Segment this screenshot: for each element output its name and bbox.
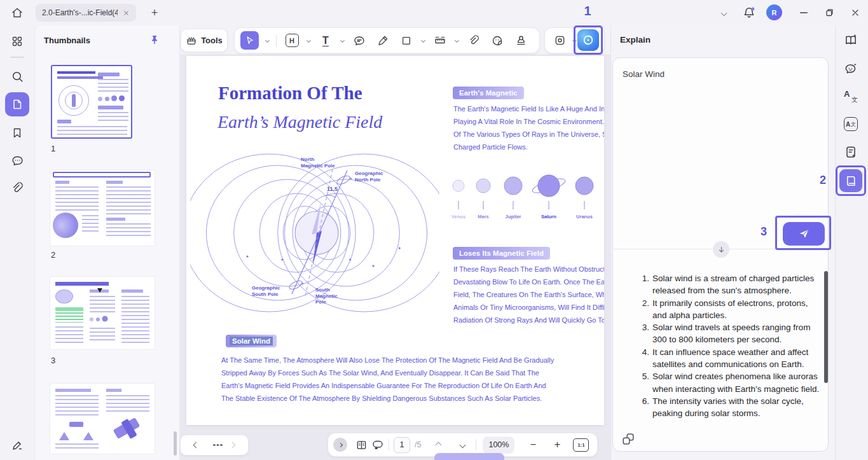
presentation-button[interactable] [369,436,386,453]
section-chip-loses-field: Loses Its Magnetic Field [453,247,550,260]
thumbnail-label-3: 3 [51,356,55,365]
next-page-button[interactable] [454,436,471,453]
thumbnail-preview [53,172,151,178]
nav-forward-button[interactable] [229,442,235,449]
thumbnail-preview [83,432,93,440]
tools-label: Tools [201,36,223,45]
highlighter-tool-button[interactable] [375,32,391,49]
thumbnail-preview [57,76,103,79]
rail-item-translate[interactable]: A 文 [839,85,863,109]
heading-tool-button[interactable]: H [284,32,300,49]
heading-tool-dropdown[interactable] [307,38,311,43]
send-button[interactable] [783,222,825,246]
doc-title-line2: Earth’s Magnetic Field [217,112,382,132]
minimize-button[interactable] [797,6,811,20]
stamp-tool-button[interactable] [513,32,529,49]
document-tab[interactable]: 2.0-Earth's-...ic-Field(4)* [36,4,136,22]
book-view-icon [355,439,368,451]
thumbnails-scrollbar[interactable] [174,431,177,456]
measure-tool-dropdown[interactable] [455,38,459,43]
minimize-icon [798,7,809,18]
list-item: 2.It primarily consists of electrons, pr… [634,297,820,322]
snapshot-dropdown[interactable] [572,38,577,43]
avatar[interactable]: R [766,4,782,20]
shape-tool-dropdown[interactable] [421,38,425,43]
grid-icon [11,35,24,48]
thumbnail-page-4[interactable] [50,384,155,454]
zoom-level-box[interactable]: 100% [483,436,514,454]
attach-tool-button[interactable] [465,32,482,49]
collapse-button[interactable] [333,438,347,452]
list-item: 1.Solar wind is a stream of charged part… [634,272,820,297]
pin-button[interactable] [148,34,161,46]
document-page: Formation Of The Earth’s Magnetic Field … [186,56,604,425]
thumbnail-preview [98,106,123,109]
tab-close-icon[interactable] [123,10,130,17]
close-button[interactable] [848,6,862,20]
window-menu-button[interactable] [719,8,729,17]
page-view-button[interactable] [353,436,369,453]
maximize-button[interactable] [822,6,836,20]
rail-item-explain[interactable] [839,169,862,192]
ai-assistant-button[interactable] [577,29,599,51]
actual-size-button[interactable]: 1:1 [573,438,589,452]
zoom-out-button[interactable]: − [525,436,541,453]
thumbnail-preview [90,328,115,343]
sidebar-item-thumbnails[interactable] [5,92,29,116]
signature-icon [11,439,24,452]
rail-item-summarize[interactable] [839,28,863,52]
thumbnail-preview [98,79,128,93]
thumbnail-page-1[interactable] [51,65,132,139]
copy-button[interactable] [621,431,636,447]
thumbnail-preview [97,288,102,293]
bookmark-icon [11,127,24,139]
tools-button[interactable]: Tools [181,29,228,52]
sidebar-item-search[interactable] [5,64,29,88]
previous-page-button[interactable] [430,436,446,453]
page-number-box[interactable]: 1 [394,437,410,453]
new-tab-button[interactable]: + [148,5,162,20]
scroll-down-button[interactable] [713,241,729,258]
sidebar-item-comments[interactable] [5,148,29,172]
one-to-one-icon: 1:1 [577,442,585,448]
text-tool-button[interactable]: T [317,32,334,49]
measure-tool-button[interactable] [432,32,448,49]
zoom-in-button[interactable]: + [549,436,565,453]
thumbnail-preview [90,317,93,321]
sidebar-item-apps[interactable] [5,29,29,53]
thumbnail-page-3[interactable] [50,277,155,349]
open-book-icon [844,174,858,188]
thumbnail-page-2[interactable] [50,171,155,246]
select-tool-dropdown[interactable] [265,38,270,43]
explain-title: Explain [620,35,651,45]
select-tool-button[interactable] [240,31,259,50]
thumbnail-preview [55,395,99,418]
nav-back-button[interactable] [193,442,200,449]
rail-item-translate-page[interactable]: A 文 [839,112,863,136]
thumbnail-preview [57,71,95,74]
magnetic-field-diagram: 11.5 [190,151,439,324]
home-button[interactable] [10,5,25,20]
response-scrollbar[interactable] [824,271,828,383]
snapshot-tool-button[interactable] [551,32,568,49]
translate-box-icon: A 文 [844,117,858,131]
query-input[interactable]: Solar Wind [623,69,782,79]
sticker-tool-button[interactable] [489,32,506,49]
snapshot-icon [554,34,566,46]
shape-tool-button[interactable] [398,32,415,49]
sidebar-item-signature[interactable] [5,433,29,457]
thumbnail-preview [57,120,71,123]
text-tool-dropdown[interactable] [340,38,345,43]
notifications-button[interactable] [742,6,756,20]
chevron-down-icon [720,10,727,16]
planet-label-uranus: Uranus [576,214,593,220]
sidebar-item-bookmarks[interactable] [5,121,29,145]
comment-tool-button[interactable] [351,32,368,49]
rail-divider [10,57,24,58]
nav-more-button[interactable] [213,444,215,446]
thumbnail-preview [55,389,91,392]
rail-item-rewrite[interactable] [839,140,863,164]
rail-item-ai-chat[interactable] [839,57,863,81]
comment-icon [11,154,24,167]
sidebar-item-attachments[interactable] [5,176,29,200]
